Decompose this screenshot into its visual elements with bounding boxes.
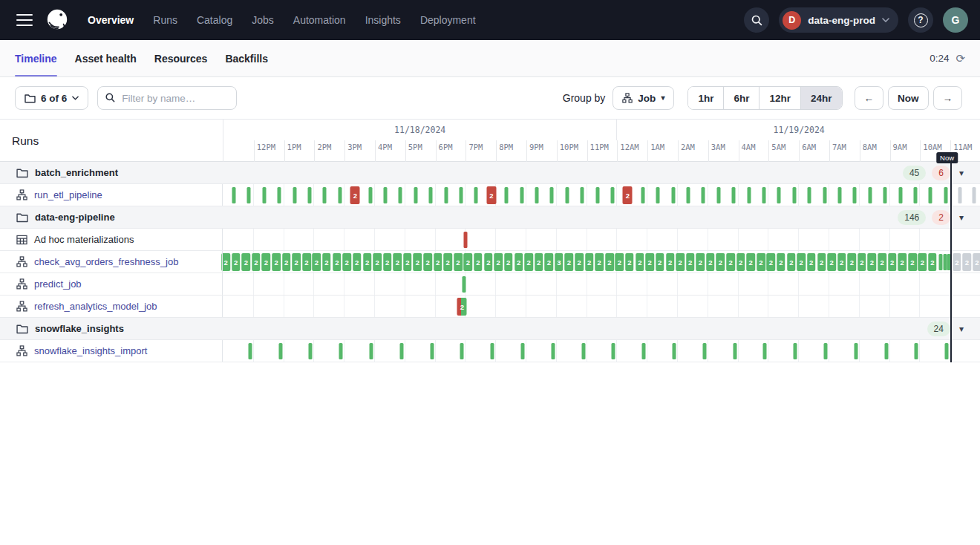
run-tick-success[interactable] [278, 343, 282, 359]
run-block-success[interactable]: 2 [928, 253, 937, 271]
run-tick-success[interactable] [368, 187, 372, 203]
run-block-success[interactable]: 2 [514, 253, 523, 271]
job-link[interactable]: snowflake_insights_import [34, 345, 147, 356]
run-tick-success[interactable] [763, 343, 767, 359]
run-tick-success[interactable] [944, 187, 947, 203]
run-block-success[interactable]: 2 [837, 253, 846, 271]
run-block-success[interactable]: 2 [767, 253, 776, 271]
expand-caret-icon[interactable]: ▾ [959, 213, 964, 222]
run-tick-success[interactable] [463, 276, 466, 293]
range-6hr[interactable]: 6hr [723, 87, 759, 109]
tab-resources[interactable]: Resources [154, 40, 208, 76]
run-tick-success[interactable] [535, 187, 539, 203]
run-tick-success[interactable] [460, 343, 464, 359]
run-tick-queued[interactable] [958, 187, 962, 203]
run-block-queued[interactable]: 2 [953, 253, 961, 271]
menu-button[interactable] [16, 14, 33, 26]
job-link[interactable]: check_avg_orders_freshness_job [34, 256, 178, 267]
run-tick-success[interactable] [914, 187, 918, 203]
refresh-icon[interactable]: ⟳ [956, 53, 965, 64]
run-tick-success[interactable] [430, 343, 434, 359]
run-block-success[interactable]: 2 [423, 253, 432, 271]
run-block-success[interactable]: 2 [918, 253, 927, 271]
run-tick-success[interactable] [883, 187, 887, 203]
run-tick-success[interactable] [581, 187, 584, 203]
range-1hr[interactable]: 1hr [688, 87, 723, 109]
run-tick-success[interactable] [308, 187, 312, 203]
run-tick-success[interactable] [399, 343, 403, 359]
nav-overview[interactable]: Overview [88, 14, 134, 26]
run-block-success[interactable]: 2 [313, 253, 321, 271]
now-button[interactable]: Now [888, 86, 929, 110]
search-button[interactable] [744, 7, 769, 33]
run-block-success[interactable]: 2 [585, 253, 594, 271]
run-tick-success[interactable] [868, 187, 872, 203]
job-link[interactable]: refresh_analytics_model_job [34, 301, 157, 312]
run-block-success[interactable]: 2 [343, 253, 352, 271]
tab-asset-health[interactable]: Asset health [75, 40, 137, 76]
run-tick-success[interactable] [444, 187, 448, 203]
run-tick-success[interactable] [792, 187, 796, 203]
run-block-success[interactable]: 2 [474, 253, 483, 271]
run-block-success[interactable]: 2 [373, 253, 382, 271]
run-block-success[interactable]: 2 [736, 253, 745, 271]
run-tick-success[interactable] [293, 187, 296, 203]
run-block-success[interactable]: 2 [716, 253, 725, 271]
run-tick-success[interactable] [853, 187, 857, 203]
run-tick-success[interactable] [929, 187, 932, 203]
tab-backfills[interactable]: Backfills [225, 40, 268, 76]
run-tick-success[interactable] [733, 343, 736, 359]
run-block-mixed[interactable]: 2 [457, 298, 467, 316]
run-tick-success[interactable] [565, 187, 569, 203]
run-block-success[interactable]: 2 [797, 253, 806, 271]
run-block-success[interactable]: 2 [232, 253, 241, 271]
run-tick-success[interactable] [671, 187, 675, 203]
run-tick-success[interactable] [854, 343, 858, 359]
run-block-success[interactable]: 2 [454, 253, 463, 271]
run-block-success[interactable]: 2 [656, 253, 664, 271]
run-block-success[interactable]: 2 [858, 253, 866, 271]
run-tick-failure[interactable] [464, 232, 468, 248]
run-tick-success[interactable] [414, 187, 417, 203]
run-tick-success[interactable] [716, 187, 720, 203]
run-block-success[interactable]: 2 [827, 253, 836, 271]
deployment-switcher[interactable]: D data-eng-prod [779, 7, 898, 33]
run-block-success[interactable]: 2 [888, 253, 897, 271]
run-tick-success[interactable] [943, 254, 947, 270]
run-block-success[interactable]: 2 [504, 253, 513, 271]
run-block-success[interactable]: 2 [868, 253, 877, 271]
run-tick-success[interactable] [248, 343, 252, 359]
run-tick-success[interactable] [777, 187, 781, 203]
run-block-success[interactable]: 2 [636, 253, 644, 271]
run-block-success[interactable]: 2 [575, 253, 584, 271]
run-tick-success[interactable] [687, 187, 690, 203]
run-tick-success[interactable] [460, 187, 463, 203]
run-tick-success[interactable] [612, 343, 615, 359]
run-tick-success[interactable] [278, 187, 281, 203]
run-tick-success[interactable] [808, 187, 811, 203]
range-12hr[interactable]: 12hr [759, 87, 800, 109]
nav-insights[interactable]: Insights [365, 14, 401, 26]
run-tick-success[interactable] [642, 343, 646, 359]
nav-deployment[interactable]: Deployment [420, 14, 476, 26]
run-tick-success[interactable] [611, 187, 615, 203]
run-tick-success[interactable] [550, 187, 554, 203]
job-link[interactable]: predict_job [34, 278, 82, 290]
run-block-success[interactable]: 3 [555, 253, 564, 271]
run-block-success[interactable]: 2 [807, 253, 816, 271]
run-tick-success[interactable] [323, 187, 327, 203]
run-block-success[interactable]: 2 [535, 253, 543, 271]
run-block-success[interactable]: 2 [595, 253, 604, 271]
run-block-failure[interactable]: 2 [350, 186, 360, 204]
expand-caret-icon[interactable]: ▾ [959, 169, 964, 177]
run-block-success[interactable]: 2 [221, 253, 230, 271]
run-block-failure[interactable]: 2 [486, 186, 496, 204]
run-block-success[interactable]: 2 [443, 253, 452, 271]
run-block-success[interactable]: 2 [726, 253, 735, 271]
run-block-success[interactable]: 2 [262, 253, 271, 271]
run-tick-success[interactable] [232, 187, 236, 203]
run-block-success[interactable]: 2 [625, 253, 634, 271]
run-tick-success[interactable] [702, 187, 705, 203]
help-button[interactable]: ? [908, 7, 933, 33]
run-block-success[interactable]: 2 [393, 253, 402, 271]
